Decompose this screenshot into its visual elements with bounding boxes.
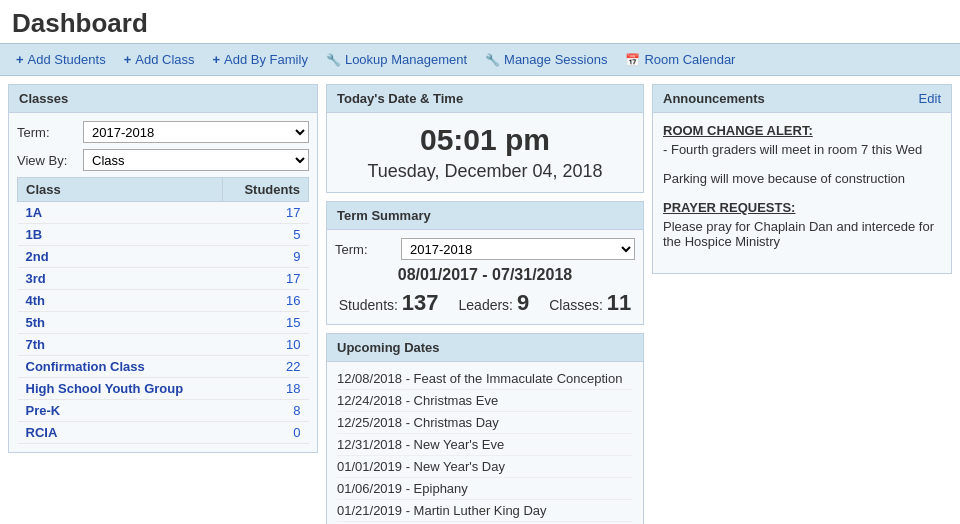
col-class: Class: [18, 178, 223, 202]
term-summary-select[interactable]: 2017-2018: [401, 238, 635, 260]
term-label: Term:: [17, 125, 77, 140]
list-item: 01/21/2019 - Martin Luther King Day: [337, 500, 633, 522]
class-name: 4th: [18, 290, 223, 312]
viewby-label: View By:: [17, 153, 77, 168]
class-name: 1B: [18, 224, 223, 246]
term-dates: 08/01/2017 - 07/31/2018: [335, 266, 635, 284]
class-name: 2nd: [18, 246, 223, 268]
plus-icon: +: [213, 52, 221, 67]
wrench-icon: 🔧: [326, 53, 341, 67]
datetime-panel-title: Today's Date & Time: [327, 85, 643, 113]
toolbar: + Add Students + Add Class + Add By Fami…: [0, 43, 960, 76]
announcement-title: PRAYER REQUESTS:: [663, 200, 941, 215]
viewby-select[interactable]: Class: [83, 149, 309, 171]
plus-icon: +: [16, 52, 24, 67]
time-display: 05:01 pm: [337, 123, 633, 157]
classes-panel: Classes Term: 2017-2018 View By: Class C…: [8, 84, 318, 453]
class-name: 5th: [18, 312, 223, 334]
list-item: 12/31/2018 - New Year's Eve: [337, 434, 633, 456]
middle-panel: Today's Date & Time 05:01 pm Tuesday, De…: [326, 84, 644, 524]
date-display: Tuesday, December 04, 2018: [337, 161, 633, 182]
leaders-label: Leaders:: [459, 297, 513, 313]
add-class-button[interactable]: + Add Class: [118, 50, 201, 69]
students-label: Students:: [339, 297, 398, 313]
table-row[interactable]: High School Youth Group18: [18, 378, 309, 400]
calendar-icon: 📅: [625, 53, 640, 67]
announcements-panel: Announcements Edit ROOM CHANGE ALERT:- F…: [652, 84, 952, 274]
student-count: 15: [223, 312, 309, 334]
class-name: RCIA: [18, 422, 223, 444]
student-count: 16: [223, 290, 309, 312]
student-count: 18: [223, 378, 309, 400]
table-row[interactable]: 2nd9: [18, 246, 309, 268]
term-stats: Students: 137 Leaders: 9 Classes: 11: [335, 290, 635, 316]
wrench-icon: 🔧: [485, 53, 500, 67]
page-title: Dashboard: [12, 8, 948, 39]
announcement-block-2: PRAYER REQUESTS:Please pray for Chaplain…: [663, 200, 941, 249]
students-stat: Students: 137: [339, 290, 439, 316]
table-row[interactable]: Confirmation Class22: [18, 356, 309, 378]
datetime-panel: Today's Date & Time 05:01 pm Tuesday, De…: [326, 84, 644, 193]
announcements-header: Announcements Edit: [653, 85, 951, 113]
list-item: 12/25/2018 - Christmas Day: [337, 412, 633, 434]
upcoming-panel: Upcoming Dates 12/08/2018 - Feast of the…: [326, 333, 644, 524]
announcement-text: - Fourth graders will meet in room 7 thi…: [663, 142, 941, 157]
leaders-stat: Leaders: 9: [459, 290, 530, 316]
term-summary-panel: Term Summary Term: 2017-2018 08/01/2017 …: [326, 201, 644, 325]
announcement-text: Please pray for Chaplain Dan and interce…: [663, 219, 941, 249]
table-row[interactable]: 1A17: [18, 202, 309, 224]
table-row[interactable]: 3rd17: [18, 268, 309, 290]
col-students: Students: [223, 178, 309, 202]
upcoming-title: Upcoming Dates: [327, 334, 643, 362]
list-item: 12/08/2018 - Feast of the Immaculate Con…: [337, 368, 633, 390]
class-name: High School Youth Group: [18, 378, 223, 400]
leaders-value: 9: [517, 290, 529, 315]
table-row[interactable]: RCIA0: [18, 422, 309, 444]
classes-stat: Classes: 11: [549, 290, 631, 316]
edit-announcements-link[interactable]: Edit: [919, 91, 941, 106]
student-count: 9: [223, 246, 309, 268]
viewby-row: View By: Class: [17, 149, 309, 171]
table-row[interactable]: 7th10: [18, 334, 309, 356]
manage-sessions-button[interactable]: 🔧 Manage Sessions: [479, 50, 613, 69]
student-count: 10: [223, 334, 309, 356]
list-item: 12/24/2018 - Christmas Eve: [337, 390, 633, 412]
student-count: 5: [223, 224, 309, 246]
plus-icon: +: [124, 52, 132, 67]
table-row[interactable]: 5th15: [18, 312, 309, 334]
list-item: 01/06/2019 - Epiphany: [337, 478, 633, 500]
student-count: 22: [223, 356, 309, 378]
class-name: Pre-K: [18, 400, 223, 422]
student-count: 0: [223, 422, 309, 444]
student-count: 17: [223, 202, 309, 224]
term-summary-title: Term Summary: [327, 202, 643, 230]
term-summary-row: Term: 2017-2018: [335, 238, 635, 260]
classes-value: 11: [607, 290, 631, 315]
announcements-title: Announcements: [663, 91, 765, 106]
term-row: Term: 2017-2018: [17, 121, 309, 143]
classes-panel-title: Classes: [9, 85, 317, 113]
main-content: Classes Term: 2017-2018 View By: Class C…: [0, 76, 960, 524]
student-count: 17: [223, 268, 309, 290]
list-item: 01/01/2019 - New Year's Day: [337, 456, 633, 478]
add-by-family-button[interactable]: + Add By Family: [207, 50, 314, 69]
term-summary-label: Term:: [335, 242, 395, 257]
lookup-management-button[interactable]: 🔧 Lookup Management: [320, 50, 473, 69]
class-name: 1A: [18, 202, 223, 224]
add-students-button[interactable]: + Add Students: [10, 50, 112, 69]
class-name: Confirmation Class: [18, 356, 223, 378]
classes-label: Classes:: [549, 297, 603, 313]
term-select[interactable]: 2017-2018: [83, 121, 309, 143]
class-table: Class Students 1A171B52nd93rd174th165th1…: [17, 177, 309, 444]
table-row[interactable]: 1B5: [18, 224, 309, 246]
announcement-title: ROOM CHANGE ALERT:: [663, 123, 941, 138]
class-name: 3rd: [18, 268, 223, 290]
announcement-text: Parking will move because of constructio…: [663, 171, 941, 186]
class-name: 7th: [18, 334, 223, 356]
table-row[interactable]: 4th16: [18, 290, 309, 312]
table-row[interactable]: Pre-K8: [18, 400, 309, 422]
room-calendar-button[interactable]: 📅 Room Calendar: [619, 50, 741, 69]
announcement-block-0: ROOM CHANGE ALERT:- Fourth graders will …: [663, 123, 941, 157]
student-count: 8: [223, 400, 309, 422]
students-value: 137: [402, 290, 439, 315]
